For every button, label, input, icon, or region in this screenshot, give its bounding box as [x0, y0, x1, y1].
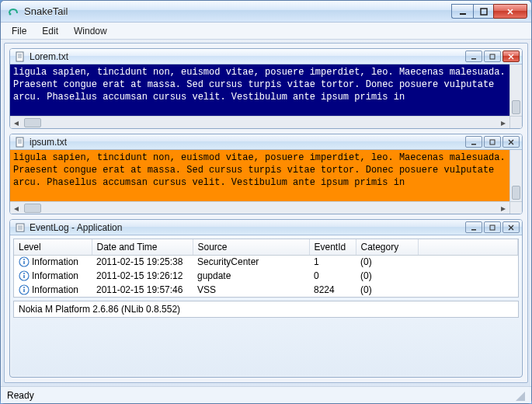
main-window: SnakeTail File Edit Window Lorem.txt	[0, 0, 532, 404]
menu-edit[interactable]: Edit	[34, 24, 66, 38]
mdi-eventlog-title: EventLog - Application	[30, 222, 465, 233]
info-icon	[19, 256, 30, 267]
table-row[interactable]: Information2011-02-15 19:26:12gupdate0(0…	[14, 269, 518, 283]
col-datetime[interactable]: Date and Time	[92, 239, 193, 255]
mdi-eventlog-maximize[interactable]	[484, 221, 501, 233]
document-icon	[15, 137, 26, 148]
mdi-lorem-close[interactable]	[502, 50, 520, 62]
svg-rect-8	[490, 140, 495, 145]
status-text: Ready	[7, 390, 34, 401]
resize-grip-icon[interactable]	[514, 390, 525, 401]
statusbar: Ready	[1, 386, 531, 403]
lorem-hscroll[interactable]: ◂ ▸	[10, 116, 522, 128]
mdi-ipsum: ipsum.txt ligula sapien, tincidunt non, …	[9, 134, 523, 214]
info-icon	[19, 284, 30, 295]
mdi-lorem-maximize[interactable]	[484, 50, 501, 62]
svg-point-0	[9, 12, 12, 15]
mdi-ipsum-title: ipsum.txt	[30, 137, 465, 148]
mdi-eventlog-titlebar[interactable]: EventLog - Application	[10, 220, 522, 235]
col-category[interactable]: Category	[356, 239, 418, 255]
scroll-right-icon[interactable]: ▸	[497, 203, 509, 214]
app-title: SnakeTail	[24, 5, 451, 17]
info-icon	[19, 270, 30, 281]
table-row[interactable]: Information2011-02-15 19:57:46VSS8224(0)	[14, 283, 518, 297]
col-spacer	[418, 239, 518, 255]
mdi-ipsum-minimize[interactable]	[465, 136, 482, 148]
mdi-lorem-minimize[interactable]	[465, 50, 482, 62]
svg-rect-10	[471, 229, 476, 231]
eventlog-icon	[15, 222, 26, 233]
mdi-ipsum-close[interactable]	[502, 136, 520, 148]
mdi-lorem-titlebar[interactable]: Lorem.txt	[10, 49, 522, 64]
svg-rect-3	[16, 52, 23, 61]
scroll-right-icon[interactable]: ▸	[497, 117, 509, 128]
mdi-client: Lorem.txt ligula sapien, tincidunt non, …	[4, 43, 528, 383]
svg-rect-2	[481, 9, 487, 15]
svg-rect-16	[23, 275, 25, 278]
svg-rect-13	[23, 261, 25, 264]
svg-point-14	[23, 259, 25, 260]
svg-rect-4	[471, 58, 476, 60]
mdi-ipsum-maximize[interactable]	[484, 136, 501, 148]
mdi-eventlog-minimize[interactable]	[465, 221, 482, 233]
col-level[interactable]: Level	[14, 239, 92, 255]
maximize-button[interactable]	[473, 4, 493, 19]
scroll-left-icon[interactable]: ◂	[10, 203, 23, 214]
close-button[interactable]	[493, 4, 527, 19]
mdi-lorem: Lorem.txt ligula sapien, tincidunt non, …	[9, 48, 523, 129]
col-eventid[interactable]: EventId	[309, 239, 356, 255]
svg-rect-6	[16, 138, 23, 147]
ipsum-hscroll[interactable]: ◂ ▸	[10, 201, 522, 214]
scroll-left-icon[interactable]: ◂	[10, 117, 23, 128]
mdi-lorem-title: Lorem.txt	[30, 51, 465, 62]
svg-rect-1	[460, 13, 466, 15]
eventlog-detail: Nokia M Platform 2.6.86 (NLib 0.8.552)	[13, 301, 519, 318]
col-source[interactable]: Source	[193, 239, 309, 255]
lorem-text[interactable]: ligula sapien, tincidunt non, euismod vi…	[10, 64, 522, 116]
scroll-thumb[interactable]	[24, 118, 41, 127]
svg-rect-11	[490, 225, 495, 230]
menu-file[interactable]: File	[4, 24, 34, 38]
mdi-eventlog-close[interactable]	[502, 221, 520, 233]
svg-point-20	[23, 287, 25, 288]
eventlog-table[interactable]: Level Date and Time Source EventId Categ…	[13, 239, 519, 298]
table-row[interactable]: Information2011-02-15 19:25:38SecurityCe…	[14, 255, 518, 269]
titlebar[interactable]: SnakeTail	[1, 1, 531, 23]
minimize-button[interactable]	[451, 4, 473, 19]
svg-rect-19	[23, 289, 25, 292]
menu-window[interactable]: Window	[66, 24, 115, 38]
svg-rect-5	[490, 54, 495, 59]
mdi-ipsum-titlebar[interactable]: ipsum.txt	[10, 134, 522, 150]
document-icon	[15, 51, 26, 62]
mdi-eventlog: EventLog - Application Level Date and Ti…	[9, 219, 523, 378]
scroll-thumb[interactable]	[24, 204, 41, 213]
app-icon	[7, 5, 19, 18]
ipsum-text[interactable]: ligula sapien, tincidunt non, euismod vi…	[10, 150, 522, 201]
svg-point-17	[23, 273, 25, 274]
menubar: File Edit Window	[1, 23, 531, 40]
svg-rect-7	[471, 144, 476, 145]
